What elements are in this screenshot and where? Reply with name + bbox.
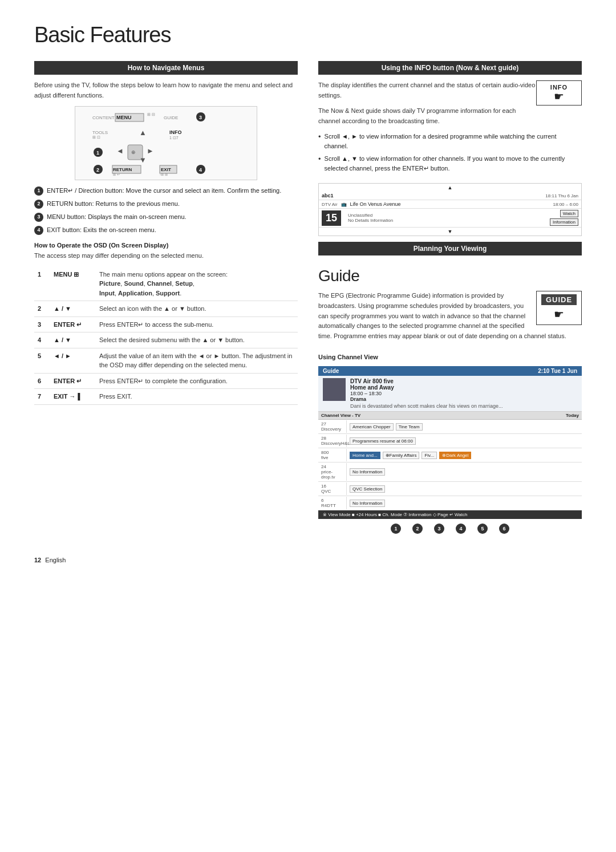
epg-row-24: 24price-drop.tv No Information xyxy=(318,462,582,482)
epg-ch-num-24: 24price-drop.tv xyxy=(318,463,347,481)
info-section-content: INFO ☛ The display identifies the curren… xyxy=(318,80,582,177)
classification-text: Unclassified xyxy=(348,213,546,218)
svg-text:GUIDE: GUIDE xyxy=(164,115,178,120)
navigate-menus-header: How to Navigate Menus xyxy=(34,61,298,75)
epg-num-2: 2 xyxy=(412,524,423,534)
no-details-text: No Details Information xyxy=(348,218,546,223)
epg-featured-row: DTV Air 800 five Home and Away 18:00 – 1… xyxy=(318,376,582,412)
channel-name: abc1 xyxy=(322,193,542,198)
epg-ch-num-16: 16QVC xyxy=(318,482,347,495)
step-row-2: 2 ▲ / ▼ Select an icon with the ▲ or ▼ b… xyxy=(34,301,298,317)
instruction-text-4: EXIT button: Exits the on-screen menu. xyxy=(47,225,156,235)
epg-prog-27: American Chopper Tine Team xyxy=(347,422,582,432)
instruction-num-3: 3 xyxy=(34,213,43,222)
epg-prog-item: Programmes resume at 06:00 xyxy=(350,437,416,445)
step-desc-5: Adjust the value of an item with the ◄ o… xyxy=(96,348,298,373)
dtv-air-label: DTV Air xyxy=(322,202,338,207)
step-row-5: 5 ◄ / ► Adjust the value of an item with… xyxy=(34,348,298,373)
programme-time-range: 18:00 – 6:00 xyxy=(553,202,578,207)
bullet-dot-1: • xyxy=(318,131,321,143)
epg-num-3: 3 xyxy=(434,524,444,534)
info-bullet-text-2: Scroll ▲, ▼ to view information for othe… xyxy=(325,154,582,173)
epg-header-left: Guide xyxy=(323,368,339,374)
channel-info-header: abc1 18:11 Thu 6 Jan xyxy=(319,192,581,200)
step-row-7: 7 EXIT →▐ Press EXIT. xyxy=(34,389,298,405)
channel-screen-top-arrow: ▲ xyxy=(319,184,581,192)
step-desc-1: The main menu options appear on the scre… xyxy=(96,267,298,301)
epg-footer-text: ※ View Mode ■ +24 Hours ■ Ch. Mode ⑦ Inf… xyxy=(323,512,467,517)
channel-screen: ▲ abc1 18:11 Thu 6 Jan DTV Air 📺 Life On… xyxy=(318,183,582,236)
info-bullet-1: • Scroll ◄, ► to view information for a … xyxy=(318,132,582,151)
instruction-num-4: 4 xyxy=(34,226,43,235)
epg-prog-item: No Information xyxy=(350,500,385,507)
svg-text:►: ► xyxy=(147,147,154,155)
epg-prog-item-highlight: Home and... xyxy=(350,452,380,459)
info-button-header: Using the INFO button (Now & Next guide) xyxy=(318,61,582,75)
step-desc-3: Press ENTER↵ to access the sub-menu. xyxy=(96,317,298,332)
svg-text:TOOLS: TOOLS xyxy=(92,130,108,135)
svg-text:2: 2 xyxy=(96,167,99,173)
guide-box: GUIDE ☛ xyxy=(536,291,582,325)
epg-row-16: 16QVC QVC Selection xyxy=(318,482,582,496)
steps-table: 1 MENU ⊞ The main menu options appear on… xyxy=(34,267,298,405)
page-footer: 12 English xyxy=(34,557,582,563)
osd-title: How to Operate the OSD (On Screen Displa… xyxy=(34,242,298,249)
epg-prog-24: No Information xyxy=(347,467,582,477)
epg-prog-16: QVC Selection xyxy=(347,484,582,494)
instruction-text-2: RETURN button: Returns to the previous m… xyxy=(47,199,180,209)
information-button[interactable]: Information xyxy=(550,218,578,226)
epg-prog-item: No Information xyxy=(350,468,385,476)
svg-text:▼: ▼ xyxy=(139,156,147,164)
channel-number-row: 15 Unclassified No Details Information W… xyxy=(319,209,581,228)
step-cmd-7: EXIT →▐ xyxy=(50,389,96,405)
navigate-menus-intro: Before using the TV, follow the steps be… xyxy=(34,80,298,100)
svg-text:⊞ ⊡: ⊞ ⊡ xyxy=(92,135,100,139)
channel-screen-bottom-arrow: ▼ xyxy=(319,228,581,236)
programme-name: Life On Venus Avenue xyxy=(350,201,401,207)
step-num-5: 5 xyxy=(34,348,50,373)
epg-num-1: 1 xyxy=(391,524,401,534)
epg-channels-header: Channel View - TV Today xyxy=(318,412,582,420)
epg-featured-desc: Dani is devastated when scott makes clea… xyxy=(350,403,503,409)
info-bullet-text-1: Scroll ◄, ► to view information for a de… xyxy=(325,132,582,151)
epg-prog-item: QVC Selection xyxy=(350,485,385,493)
left-column: How to Navigate Menus Before using the T… xyxy=(34,61,298,534)
epg-featured-content: DTV Air 800 five Home and Away 18:00 – 1… xyxy=(323,378,577,409)
step-desc-2: Select an icon with the ▲ or ▼ button. xyxy=(96,301,298,317)
step-num-1: 1 xyxy=(34,267,50,301)
step-desc-7: Press EXIT. xyxy=(96,389,298,405)
step-row-3: 3 ENTER ↵ Press ENTER↵ to access the sub… xyxy=(34,317,298,332)
epg-featured-info: DTV Air 800 five Home and Away 18:00 – 1… xyxy=(350,378,503,409)
epg-prog-item: ⊕Family Affairs xyxy=(383,452,420,459)
channel-classification: Unclassified No Details Information xyxy=(345,213,546,223)
remote-svg: CONTENT MENU ⊞ ⊟ GUIDE 3 TOOLS ⊞ ⊡ INFO … xyxy=(75,107,258,181)
instruction-list: 1 ENTER↵ / Direction button: Move the cu… xyxy=(34,186,298,235)
step-row-1: 1 MENU ⊞ The main menu options appear on… xyxy=(34,267,298,301)
guide-label: GUIDE xyxy=(541,294,577,305)
info-box: INFO ☛ xyxy=(536,80,582,106)
instruction-item-3: 3 MENU button: Displays the main on-scre… xyxy=(34,212,298,222)
info-hand-icon: ☛ xyxy=(541,91,577,102)
step-num-7: 7 xyxy=(34,389,50,405)
epg-prog-item: Tine Team xyxy=(396,423,423,431)
svg-text:-⊞ ⊞: -⊞ ⊞ xyxy=(160,173,168,176)
epg-ch-num-6: 6R4DTT xyxy=(318,497,347,509)
svg-text:⊞ ⊟: ⊞ ⊟ xyxy=(147,112,155,116)
svg-text:1: 1 xyxy=(96,150,99,156)
svg-text:⊞ ↩: ⊞ ↩ xyxy=(113,173,120,176)
info-bullet-2: • Scroll ▲, ▼ to view information for ot… xyxy=(318,154,582,173)
epg-featured-genre: Drama xyxy=(350,396,503,402)
step-desc-6: Press ENTER↵ to complete the configurati… xyxy=(96,373,298,389)
channel-programme-row: DTV Air 📺 Life On Venus Avenue 18:00 – 6… xyxy=(319,200,581,209)
svg-text:1 ⊡7: 1 ⊡7 xyxy=(169,136,179,140)
watch-button[interactable]: Watch xyxy=(560,210,578,217)
epg-num-6: 6 xyxy=(499,524,509,534)
svg-text:4: 4 xyxy=(199,167,202,173)
programme-icon: 📺 xyxy=(341,202,347,207)
guide-title: Guide xyxy=(318,267,582,285)
svg-text:3: 3 xyxy=(199,115,202,120)
epg-row-27: 27Discovery American Chopper Tine Team xyxy=(318,420,582,434)
remote-diagram: CONTENT MENU ⊞ ⊟ GUIDE 3 TOOLS ⊞ ⊡ INFO … xyxy=(34,106,298,180)
channel-view-title: Using Channel View xyxy=(318,354,582,360)
info-bullet-list: • Scroll ◄, ► to view information for a … xyxy=(318,132,582,173)
